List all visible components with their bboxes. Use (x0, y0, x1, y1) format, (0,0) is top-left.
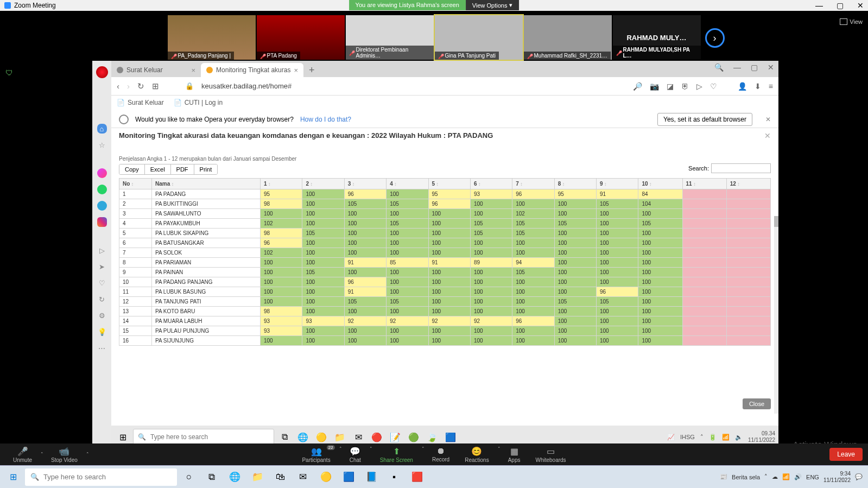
col-header[interactable]: 1 (261, 179, 302, 189)
browser-tab[interactable]: Surat Keluar× (111, 63, 201, 77)
addr-play-icon[interactable]: ▷ (696, 82, 702, 91)
table-row[interactable]: 13PA KOTO BARU98100100100100100100100100… (119, 307, 771, 316)
shared-zoom-icon[interactable]: 🟦 (442, 429, 459, 445)
sidebar-settings-icon[interactable]: ⚙ (97, 310, 107, 320)
addr-menu-icon[interactable]: ≡ (769, 82, 773, 91)
col-header[interactable]: Nama (152, 179, 261, 189)
table-row[interactable]: 15PA PULAU PUNJUNG9310010010010010010010… (119, 326, 771, 336)
opera-logo[interactable] (96, 66, 108, 78)
view-button[interactable]: View (840, 18, 863, 25)
sidebar-send-icon[interactable]: ➤ (97, 262, 107, 271)
host-tray-cloud-icon[interactable]: ☁ (772, 473, 778, 480)
nav-forward-button[interactable]: › (127, 81, 130, 91)
zoom-record-button[interactable]: ⏺Record (425, 446, 457, 463)
host-notifications-icon[interactable]: 💬 (855, 473, 863, 480)
nav-reload-button[interactable]: ↻ (137, 81, 144, 91)
bookmark-cuti-login[interactable]: 📄 CUTI | Log in (174, 99, 223, 106)
shared-edge-icon[interactable]: 🌐 (295, 429, 311, 445)
host-news-label[interactable]: Berita sela (732, 474, 760, 480)
addr-profile-icon[interactable]: 👤 (738, 82, 747, 91)
shared-tray-chevron[interactable]: ˄ (700, 434, 704, 441)
security-shield-icon[interactable]: 🛡 (5, 68, 13, 77)
sidebar-history-icon[interactable]: ↻ (97, 294, 107, 304)
table-row[interactable]: 1PA PADANG9510096100959396959184 (119, 189, 771, 199)
video-tile[interactable]: Direktorat Pembinaan Adminis… (346, 15, 434, 60)
zoom-participants-button[interactable]: 👥Participants22 (294, 446, 338, 463)
sidebar-whatsapp-icon[interactable] (97, 185, 107, 194)
minimize-button[interactable]: — (815, 1, 823, 10)
col-header[interactable]: No (119, 179, 152, 189)
shared-tray-wifi-icon[interactable]: 📶 (722, 434, 730, 441)
host-search-input[interactable]: 🔍 Type here to search (25, 468, 177, 486)
next-videos-button[interactable]: › (705, 28, 725, 48)
col-header[interactable]: 11 (682, 179, 726, 189)
shared-start-button[interactable]: ⊞ (115, 429, 131, 445)
zoom-unmute-button[interactable]: 🎤Unmute (5, 446, 40, 463)
browser-close-icon[interactable]: ✕ (768, 63, 774, 72)
col-header[interactable]: 5 (428, 179, 470, 189)
host-start-button[interactable]: ⊞ (2, 466, 24, 488)
video-tile[interactable]: PTA Padang (257, 15, 345, 60)
host-tray-wifi-icon[interactable]: 📶 (782, 473, 790, 480)
shared-clock[interactable]: 09.3411/11/2022 (748, 430, 775, 443)
page-scrollbar[interactable] (774, 216, 778, 414)
video-tile[interactable]: RAHMAD MULY…RAHMAD MULYADI,SH PA L… (613, 15, 701, 60)
table-row[interactable]: 9PA PAINAN100105100100100100105100100100 (119, 268, 771, 277)
shared-tray-battery-icon[interactable]: 🔋 (709, 434, 717, 441)
col-header[interactable]: 3 (344, 179, 386, 189)
copy-button[interactable]: Copy (119, 164, 145, 174)
close-button[interactable]: Close (743, 398, 771, 409)
shared-opera-icon[interactable]: 🔴 (369, 429, 385, 445)
table-row[interactable]: 12PA TANJUNG PATI10010010510510010010010… (119, 297, 771, 307)
host-taskview-icon[interactable]: ⧉ (201, 466, 223, 488)
new-tab-button[interactable]: + (303, 63, 320, 77)
shared-chrome-icon[interactable]: 🟡 (313, 429, 330, 445)
zoom-reactions-button[interactable]: 😊Reactions (457, 446, 496, 463)
addr-shield-icon[interactable]: ⛨ (681, 82, 689, 91)
browser-maximize-icon[interactable]: ▢ (751, 63, 758, 72)
zoom-whiteboards-button[interactable]: ▭Whiteboards (528, 446, 573, 463)
table-row[interactable]: 4PA PAYAKUMBUH10210010010510010510510510… (119, 219, 771, 229)
shared-tray-vol-icon[interactable]: 🔈 (735, 434, 743, 441)
table-row[interactable]: 5PA LUBUK SIKAPING9810510010010010510510… (119, 229, 771, 238)
shared-chrome2-icon[interactable]: 🟢 (406, 429, 422, 445)
col-header[interactable]: 6 (470, 179, 512, 189)
zoom-leave-button[interactable]: Leave (829, 448, 863, 461)
sidebar-more-icon[interactable]: ⋯ (97, 343, 107, 353)
table-row[interactable]: 6PA BATUSANGKAR9610010010010010010010010… (119, 238, 771, 248)
table-row[interactable]: 14PA MUARA LABUH93939292929296100100100 (119, 316, 771, 326)
print-button[interactable]: Print (194, 164, 218, 174)
video-tile[interactable]: PA_Padang Panjang | (168, 15, 256, 60)
col-header[interactable]: 7 (512, 179, 554, 189)
page-panel-close-button[interactable]: ✕ (764, 131, 771, 140)
sidebar-bulb-icon[interactable]: 💡 (97, 327, 107, 337)
shared-ihsg-label[interactable]: IHSG (680, 434, 695, 440)
video-tile[interactable]: Gina PA Tanjung Pati (435, 15, 523, 60)
shared-notepad-icon[interactable]: 📝 (387, 429, 403, 445)
col-header[interactable]: 2 (302, 179, 344, 189)
browser-tab[interactable]: Monitoring Tingkat akuras× (201, 63, 303, 77)
host-tray-lang[interactable]: ENG (806, 474, 819, 480)
table-row[interactable]: 7PA SOLOK102100100100100100100100100100 (119, 248, 771, 258)
opera-prompt-how-link[interactable]: How do I do that? (300, 116, 351, 123)
zoom-stopvideo-button[interactable]: 📹Stop Video (43, 446, 85, 463)
addr-download-icon[interactable]: ⬇ (755, 82, 761, 91)
zoom-share-button[interactable]: ⬆Share Screen (372, 446, 421, 463)
host-edge-icon[interactable]: 🌐 (224, 466, 245, 488)
col-header[interactable]: 4 (387, 179, 428, 189)
sidebar-star-icon[interactable]: ☆ (97, 140, 107, 150)
sidebar-telegram-icon[interactable] (97, 201, 107, 211)
col-header[interactable]: 10 (638, 179, 682, 189)
addr-zoom-icon[interactable]: 🔎 (633, 82, 642, 91)
col-header[interactable]: 9 (597, 179, 638, 189)
view-options-button[interactable]: View Options▾ (466, 0, 519, 10)
opera-prompt-close-button[interactable]: ✕ (765, 116, 771, 123)
table-row[interactable]: 16PA SIJUNJUNG10010010010010010010010010… (119, 336, 771, 346)
host-cortana-icon[interactable]: ○ (178, 466, 200, 488)
video-tile[interactable]: Muhammad Rafki_SH_2231… (524, 15, 612, 60)
zoom-apps-button[interactable]: ▦Apps (500, 446, 528, 463)
host-clock[interactable]: 9:3411/11/2022 (823, 471, 851, 484)
host-terminal-icon[interactable]: ▪ (383, 466, 405, 488)
host-store-icon[interactable]: 🛍 (269, 466, 291, 488)
bookmark-surat-keluar[interactable]: 📄 Surat Keluar (117, 99, 164, 106)
